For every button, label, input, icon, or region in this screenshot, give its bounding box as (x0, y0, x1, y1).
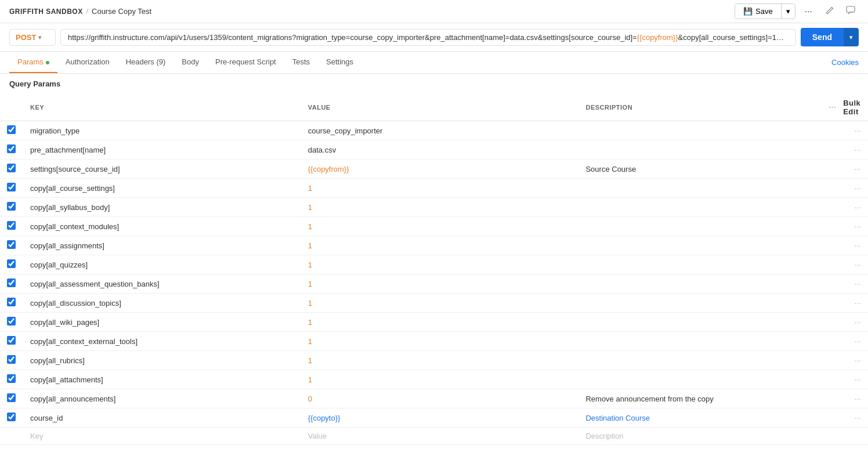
row-ellipsis-icon[interactable]: ··· (854, 337, 861, 346)
row-ellipsis-icon[interactable]: ··· (854, 375, 861, 384)
more-options-button[interactable]: ··· (800, 4, 817, 19)
row-value[interactable]: course_copy_importer (301, 121, 579, 140)
placeholder-key[interactable]: Key (23, 428, 301, 445)
row-description[interactable] (578, 274, 822, 294)
row-value[interactable]: 1 (301, 294, 579, 313)
row-description[interactable] (578, 332, 822, 351)
row-key[interactable]: migration_type (23, 121, 301, 140)
row-checkbox[interactable] (7, 298, 16, 306)
row-ellipsis-icon[interactable]: ··· (854, 145, 861, 154)
row-description[interactable]: Remove announcement from the copy (578, 389, 822, 408)
row-value[interactable]: 1 (301, 217, 579, 236)
row-checkbox[interactable] (7, 355, 16, 364)
row-checkbox[interactable] (7, 259, 16, 268)
row-description[interactable] (578, 140, 822, 160)
row-description[interactable] (578, 217, 822, 236)
row-checkbox[interactable] (7, 144, 16, 153)
placeholder-description[interactable]: Description (578, 428, 822, 445)
row-key[interactable]: copy[all_rubrics] (23, 351, 301, 370)
save-dropdown-button[interactable]: ▾ (781, 4, 795, 19)
row-checkbox[interactable] (7, 336, 16, 345)
row-key[interactable]: copy[all_context_external_tools] (23, 332, 301, 351)
row-description[interactable] (578, 255, 822, 274)
row-description[interactable] (578, 236, 822, 255)
row-ellipsis-icon[interactable]: ··· (854, 394, 861, 403)
row-value[interactable]: 1 (301, 370, 579, 389)
row-description[interactable]: Source Course (578, 160, 822, 179)
row-ellipsis-icon[interactable]: ··· (854, 241, 861, 250)
row-ellipsis-icon[interactable]: ··· (854, 356, 861, 365)
row-value[interactable]: {{copyto}} (301, 408, 579, 428)
row-ellipsis-icon[interactable]: ··· (854, 279, 861, 288)
row-ellipsis-icon[interactable]: ··· (854, 222, 861, 231)
row-ellipsis-icon[interactable]: ··· (854, 298, 861, 308)
row-ellipsis-icon[interactable]: ··· (854, 260, 861, 269)
row-key[interactable]: copy[all_attachments] (23, 370, 301, 389)
row-checkbox[interactable] (7, 125, 16, 134)
cookies-link[interactable]: Cookies (831, 52, 859, 73)
tab-headers[interactable]: Headers (9) (118, 52, 174, 73)
row-value[interactable]: 1 (301, 351, 579, 370)
row-value[interactable]: 1 (301, 198, 579, 217)
method-select[interactable]: POST ▾ (9, 29, 56, 46)
row-value[interactable]: data.csv (301, 140, 579, 160)
placeholder-value[interactable]: Value (301, 428, 579, 445)
row-description[interactable] (578, 198, 822, 217)
row-checkbox[interactable] (7, 240, 16, 249)
tab-authorization[interactable]: Authorization (57, 52, 118, 73)
row-description[interactable]: Destination Course (578, 408, 822, 428)
url-input[interactable]: https://griffith.instructure.com/api/v1/… (60, 29, 796, 46)
row-ellipsis-icon[interactable]: ··· (854, 202, 861, 212)
row-key[interactable]: copy[all_context_modules] (23, 217, 301, 236)
row-ellipsis-icon[interactable]: ··· (854, 126, 861, 135)
row-ellipsis-icon[interactable]: ··· (854, 164, 861, 173)
row-key[interactable]: copy[all_course_settings] (23, 179, 301, 198)
row-ellipsis-icon[interactable]: ··· (854, 183, 861, 193)
row-key[interactable]: copy[all_quizzes] (23, 255, 301, 274)
row-checkbox[interactable] (7, 413, 16, 421)
row-value[interactable]: 1 (301, 332, 579, 351)
row-value[interactable]: {{copyfrom}} (301, 160, 579, 179)
row-key[interactable]: copy[all_discussion_topics] (23, 294, 301, 313)
row-value[interactable]: 0 (301, 389, 579, 408)
row-key[interactable]: copy[all_syllabus_body] (23, 198, 301, 217)
row-value[interactable]: 1 (301, 236, 579, 255)
tab-params[interactable]: Params (9, 52, 57, 73)
tab-settings[interactable]: Settings (318, 52, 361, 73)
row-ellipsis-icon[interactable]: ··· (854, 413, 861, 422)
row-key[interactable]: copy[all_assignments] (23, 236, 301, 255)
row-key[interactable]: copy[all_announcements] (23, 389, 301, 408)
row-checkbox[interactable] (7, 317, 16, 325)
send-button[interactable]: Send (801, 28, 844, 46)
row-key[interactable]: copy[all_wiki_pages] (23, 313, 301, 332)
row-value[interactable]: 1 (301, 313, 579, 332)
row-key[interactable]: course_id (23, 408, 301, 428)
row-checkbox[interactable] (7, 278, 16, 287)
edit-icon-button[interactable] (822, 3, 838, 19)
row-checkbox[interactable] (7, 183, 16, 191)
row-description[interactable] (578, 121, 822, 140)
comment-icon-button[interactable] (842, 3, 859, 19)
row-checkbox[interactable] (7, 374, 16, 383)
row-key[interactable]: copy[all_assessment_question_banks] (23, 274, 301, 294)
th-ellipsis-icon[interactable]: ··· (829, 103, 836, 112)
row-key[interactable]: settings[source_course_id] (23, 160, 301, 179)
row-description[interactable] (578, 370, 822, 389)
bulk-edit-button[interactable]: Bulk Edit (843, 99, 861, 116)
row-description[interactable] (578, 313, 822, 332)
row-key[interactable]: pre_attachment[name] (23, 140, 301, 160)
send-dropdown-button[interactable]: ▾ (844, 28, 859, 46)
row-description[interactable] (578, 179, 822, 198)
row-description[interactable] (578, 351, 822, 370)
row-checkbox[interactable] (7, 202, 16, 211)
row-value[interactable]: 1 (301, 255, 579, 274)
tab-body[interactable]: Body (173, 52, 207, 73)
row-checkbox[interactable] (7, 393, 16, 402)
save-button[interactable]: 💾 Save (735, 4, 781, 19)
row-value[interactable]: 1 (301, 274, 579, 294)
row-checkbox[interactable] (7, 221, 16, 230)
tab-tests[interactable]: Tests (284, 52, 318, 73)
row-description[interactable] (578, 294, 822, 313)
row-checkbox[interactable] (7, 164, 16, 172)
tab-prerequest[interactable]: Pre-request Script (207, 52, 284, 73)
